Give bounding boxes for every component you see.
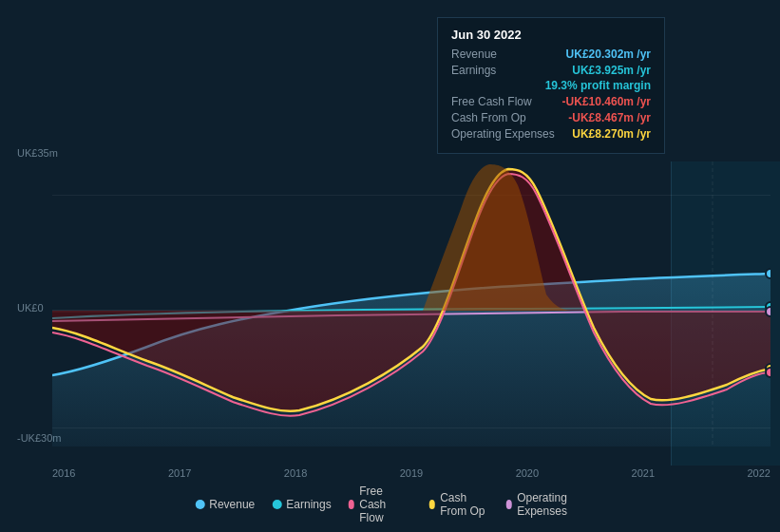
opex-label: Operating Expenses <box>451 127 555 141</box>
cfo-legend-label: Cash From Op <box>440 491 488 518</box>
tooltip-revenue-row: Revenue UK£20.302m /yr <box>451 48 651 61</box>
legend-opex[interactable]: Operating Expenses <box>506 491 585 518</box>
cfo-legend-dot <box>429 500 436 509</box>
legend-cfo[interactable]: Cash From Op <box>429 491 489 518</box>
x-label-2018: 2018 <box>284 467 307 479</box>
cfo-value: -UK£8.467m /yr <box>568 111 651 124</box>
revenue-legend-dot <box>195 500 204 509</box>
y-axis-zero: UK£0 <box>17 302 44 314</box>
fcf-value: -UK£10.460m /yr <box>562 95 651 108</box>
profit-margin-row: 19.3% profit margin <box>451 79 651 92</box>
fcf-legend-dot <box>349 500 355 509</box>
fcf-dot <box>766 368 770 377</box>
y-axis-top: UK£35m <box>17 147 58 159</box>
legend-fcf[interactable]: Free Cash Flow <box>349 484 412 524</box>
revenue-dot <box>766 269 770 278</box>
tooltip-cfo-row: Cash From Op -UK£8.467m /yr <box>451 111 651 124</box>
legend-revenue[interactable]: Revenue <box>195 498 255 511</box>
tooltip-card: Jun 30 2022 Revenue UK£20.302m /yr Earni… <box>437 17 665 154</box>
x-label-2019: 2019 <box>400 467 423 479</box>
x-label-2017: 2017 <box>168 467 191 479</box>
earnings-value: UK£3.925m /yr <box>572 64 651 77</box>
opex-legend-label: Operating Expenses <box>517 491 585 518</box>
x-label-2020: 2020 <box>516 467 539 479</box>
x-label-2022: 2022 <box>747 467 770 479</box>
revenue-label: Revenue <box>451 48 497 61</box>
chart-svg <box>52 162 770 446</box>
revenue-legend-label: Revenue <box>209 498 255 511</box>
tooltip-opex-row: Operating Expenses UK£8.270m /yr <box>451 127 651 141</box>
earnings-legend-dot <box>272 500 281 509</box>
earnings-legend-label: Earnings <box>286 498 331 511</box>
legend-earnings[interactable]: Earnings <box>272 498 331 511</box>
x-axis-labels: 2016 2017 2018 2019 2020 2021 2022 <box>52 467 770 479</box>
tooltip-date: Jun 30 2022 <box>451 28 651 42</box>
x-label-2016: 2016 <box>52 467 75 479</box>
opex-dot <box>766 307 770 316</box>
x-label-2021: 2021 <box>632 467 655 479</box>
profit-margin-text: 19.3% profit margin <box>545 79 651 92</box>
tooltip-fcf-row: Free Cash Flow -UK£10.460m /yr <box>451 95 651 108</box>
fcf-label: Free Cash Flow <box>451 95 532 108</box>
revenue-value: UK£20.302m /yr <box>566 48 651 61</box>
fcf-legend-label: Free Cash Flow <box>359 484 411 524</box>
chart-legend: Revenue Earnings Free Cash Flow Cash Fro… <box>195 484 585 524</box>
earnings-label: Earnings <box>451 64 496 77</box>
opex-legend-dot <box>506 500 513 509</box>
opex-value: UK£8.270m /yr <box>572 127 651 141</box>
cfo-label: Cash From Op <box>451 111 526 124</box>
tooltip-earnings-row: Earnings UK£3.925m /yr <box>451 64 651 77</box>
